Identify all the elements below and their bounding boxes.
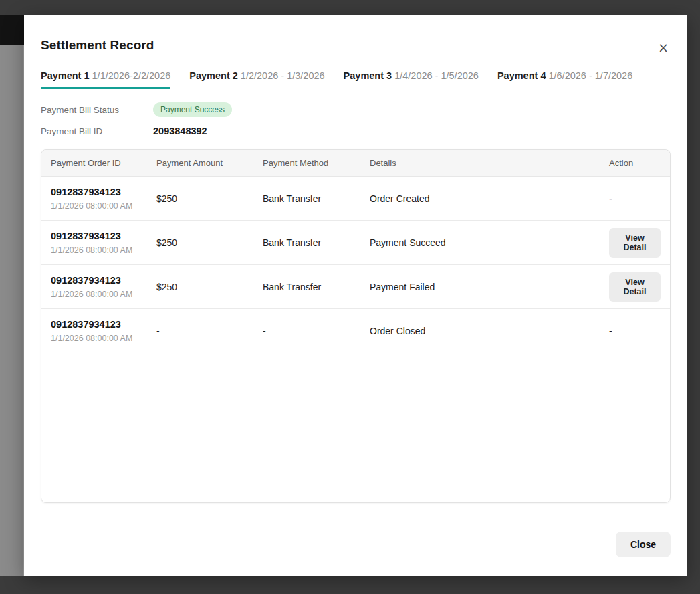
cell-method: - — [263, 326, 370, 336]
tab-payment-2-label: Payment 2 — [189, 70, 238, 81]
cell-method: Bank Transfer — [263, 282, 370, 292]
cell-order-timestamp: 1/1/2026 08:00:00 AM — [51, 334, 156, 343]
cell-action: - — [609, 193, 661, 204]
col-header-order-id: Payment Order ID — [51, 158, 156, 168]
cell-action: - — [609, 326, 661, 336]
table-row: 0912837934123 1/1/2026 08:00:00 AM $250 … — [41, 177, 670, 221]
cell-details: Payment Succeed — [370, 237, 609, 248]
view-detail-button[interactable]: View Detail — [609, 272, 661, 302]
tab-payment-2[interactable]: Payment 21/2/2026 - 1/3/2026 — [189, 70, 324, 89]
close-button[interactable]: Close — [616, 532, 671, 557]
cell-order-id: 0912837934123 1/1/2026 08:00:00 AM — [51, 274, 156, 299]
col-header-method: Payment Method — [263, 158, 370, 168]
cell-order-timestamp: 1/1/2026 08:00:00 AM — [51, 290, 156, 299]
table-header-row: Payment Order ID Payment Amount Payment … — [41, 150, 670, 177]
cell-amount: $250 — [156, 282, 263, 292]
modal-title: Settlement Record — [41, 38, 671, 53]
underlying-page-header-strip — [0, 15, 24, 45]
cell-amount: $250 — [156, 193, 263, 204]
view-detail-button[interactable]: View Detail — [609, 228, 661, 258]
tab-payment-3-label: Payment 3 — [344, 70, 392, 81]
cell-amount: - — [156, 326, 263, 336]
table-row: 0912837934123 1/1/2026 08:00:00 AM $250 … — [41, 265, 670, 309]
cell-action: View Detail — [609, 228, 661, 258]
action-placeholder: - — [609, 326, 612, 336]
cell-order-timestamp: 1/1/2026 08:00:00 AM — [51, 245, 156, 255]
cell-order-id: 0912837934123 1/1/2026 08:00:00 AM — [51, 186, 156, 211]
bill-status-row: Payment Bill Status Payment Success — [41, 102, 671, 117]
table-row: 0912837934123 1/1/2026 08:00:00 AM $250 … — [41, 221, 670, 265]
table-row: 0912837934123 1/1/2026 08:00:00 AM - - O… — [41, 309, 670, 353]
cell-method: Bank Transfer — [263, 237, 370, 248]
cell-details: Order Created — [370, 193, 609, 204]
cell-order-id: 0912837934123 1/1/2026 08:00:00 AM — [51, 318, 156, 343]
close-icon[interactable]: × — [655, 39, 671, 56]
col-header-amount: Payment Amount — [156, 158, 263, 168]
action-placeholder: - — [609, 193, 612, 204]
tab-payment-3[interactable]: Payment 31/4/2026 - 1/5/2026 — [344, 70, 479, 89]
bill-id-label: Payment Bill ID — [41, 126, 153, 136]
col-header-details: Details — [370, 158, 609, 168]
modal-footer: Close — [616, 532, 671, 557]
cell-amount: $250 — [156, 237, 263, 248]
tab-payment-1-label: Payment 1 — [41, 70, 90, 81]
cell-details: Payment Failed — [370, 282, 609, 292]
cell-method: Bank Transfer — [263, 193, 370, 204]
tab-payment-2-range: 1/2/2026 - 1/3/2026 — [241, 70, 325, 81]
cell-action: View Detail — [609, 272, 661, 302]
cell-order-timestamp: 1/1/2026 08:00:00 AM — [51, 201, 156, 211]
tab-payment-4-label: Payment 4 — [497, 70, 546, 81]
bill-status-label: Payment Bill Status — [41, 105, 153, 115]
bill-id-value: 2093848392 — [153, 126, 207, 136]
tab-payment-4[interactable]: Payment 41/6/2026 - 1/7/2026 — [497, 70, 632, 89]
cell-order-id: 0912837934123 1/1/2026 08:00:00 AM — [51, 230, 156, 255]
tab-payment-1-range: 1/1/2026-2/2/2026 — [92, 70, 171, 81]
tab-payment-4-range: 1/6/2026 - 1/7/2026 — [548, 70, 632, 81]
settlement-record-modal: Settlement Record × Payment 11/1/2026-2/… — [24, 15, 687, 576]
tab-payment-3-range: 1/4/2026 - 1/5/2026 — [394, 70, 479, 81]
payment-tabs: Payment 11/1/2026-2/2/2026 Payment 21/2/… — [41, 70, 671, 89]
underlying-page-body-strip — [0, 45, 24, 576]
col-header-action: Action — [609, 158, 661, 168]
payment-orders-table: Payment Order ID Payment Amount Payment … — [41, 149, 671, 503]
bill-summary: Payment Bill Status Payment Success Paym… — [41, 102, 671, 138]
tab-payment-1[interactable]: Payment 11/1/2026-2/2/2026 — [41, 70, 170, 89]
cell-details: Order Closed — [370, 326, 609, 336]
bill-id-row: Payment Bill ID 2093848392 — [41, 124, 671, 138]
status-badge: Payment Success — [153, 102, 232, 117]
